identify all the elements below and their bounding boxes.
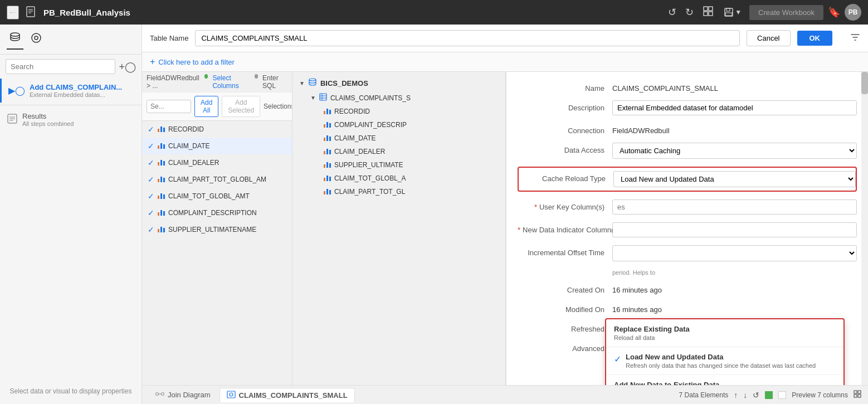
tree-col-item[interactable]: CLAIM_PART_TOT_GL (307, 185, 502, 198)
table-expand-arrow: ▼ (310, 95, 316, 101)
svg-point-27 (230, 393, 233, 396)
add-all-button[interactable]: Add All (194, 96, 218, 117)
incremental-select[interactable] (612, 245, 857, 261)
dropdown-item-desc: Reload all data (614, 334, 836, 341)
svg-rect-29 (858, 391, 861, 393)
svg-rect-28 (854, 391, 857, 393)
col-bar-icon (324, 189, 331, 194)
col-search-input[interactable] (147, 100, 191, 113)
bar-icon (158, 227, 165, 232)
green-square-icon (765, 391, 773, 399)
list-item[interactable]: ✓ COMPLAINT_DESCRIPTION (142, 205, 292, 221)
tree-col-item[interactable]: RECORDID (307, 105, 502, 118)
tree-table-header[interactable]: ▼ CLAIMS_COMPLAINTS_S (307, 91, 502, 105)
list-item[interactable]: ✓ CLAIM_PART_TOT_GLOBL_AM (142, 171, 292, 188)
tab-select-columns[interactable]: Select Columns (212, 74, 250, 90)
selections-badge: Selections (7/7) (264, 103, 292, 110)
dropdown-item-load-new[interactable]: ✓ Load New and Updated Data Refresh only… (606, 347, 843, 374)
tree-col-item[interactable]: CLAIM_DEALER (307, 145, 502, 158)
tree-col-name: CLAIM_TOT_GLOBL_A (334, 174, 406, 182)
list-item[interactable]: ✓ SUPPLIER_ULTIMATENAME (142, 221, 292, 238)
svg-rect-8 (725, 8, 733, 16)
col-name: COMPLAINT_DESCRIPTION (168, 209, 257, 217)
refresh-button[interactable]: ↺ (753, 391, 759, 400)
bookmark-button[interactable]: 🔖 (828, 6, 840, 18)
tree-col-item[interactable]: CLAIM_TOT_GLOBL_A (307, 172, 502, 185)
add-button[interactable]: +◯ (119, 61, 136, 73)
sidebar-results: Results All steps combined (0, 108, 142, 132)
svg-point-24 (162, 393, 164, 396)
list-item[interactable]: ✓ CLAIM_DATE (142, 138, 292, 154)
filter-plus-icon: + (150, 57, 155, 67)
bar-icon (158, 143, 165, 149)
new-data-input[interactable] (612, 222, 857, 237)
redo-button[interactable]: ↻ (683, 4, 696, 21)
tree-table-label: CLAIMS_COMPLAINTS_S (330, 94, 411, 102)
dropdown-item-replace[interactable]: Replace Existing Data Reload all data (606, 319, 843, 347)
dropdown-item-add-new[interactable]: Add New Data to Existing Data Insert new… (606, 375, 843, 385)
sidebar-data-icon[interactable] (7, 29, 23, 50)
sidebar-item-claims[interactable]: ▶◯ Add CLAIMS_COMPLAIN... External Embed… (0, 79, 142, 103)
ok-button[interactable]: OK (797, 31, 833, 46)
advanced-label: Advanced (518, 341, 612, 353)
bottom-tab-join-diagram[interactable]: Join Diagram (149, 388, 217, 402)
tree-col-name: RECORDID (334, 108, 370, 115)
down-arrow-button[interactable]: ↓ (743, 391, 747, 400)
dropdown-item-content: Load New and Updated Data Refresh only d… (626, 353, 816, 369)
created-value: 16 minutes ago (612, 283, 857, 294)
cache-reload-select[interactable]: Load New and Updated Data (613, 171, 856, 187)
tree-col-name: CLAIM_DEALER (334, 148, 385, 155)
description-input[interactable] (612, 100, 857, 115)
tab-enter-sql[interactable]: Enter SQL (262, 74, 287, 90)
tree-col-item[interactable]: CLAIM_DATE (307, 132, 502, 145)
topbar-actions: ↺ ↻ ▼ Create Workbook 🔖 PB (666, 3, 861, 22)
list-item[interactable]: ✓ CLAIM_TOT_GLOBL_AMT (142, 188, 292, 205)
list-item[interactable]: ✓ CLAIM_DEALER (142, 154, 292, 171)
modified-value: 16 minutes ago (612, 302, 857, 314)
up-arrow-button[interactable]: ↑ (734, 391, 738, 400)
scrollbar-thumb[interactable] (861, 72, 868, 94)
check-icon: ✓ (148, 192, 154, 201)
user-key-label: *User Key Column(s) (518, 199, 612, 211)
filter-icon-button[interactable] (850, 32, 860, 45)
db-icon (308, 77, 317, 89)
table-grid-icon (319, 93, 327, 103)
preview-label[interactable]: Preview 7 columns (792, 391, 848, 399)
save-button[interactable]: ▼ (720, 5, 745, 20)
col-toolbar-left: Add All Add Selected (147, 96, 260, 117)
col-bar-icon (324, 176, 331, 181)
check-icon: ✓ (148, 208, 154, 217)
table-name-label: Table Name (150, 34, 188, 42)
sidebar-divider (0, 105, 142, 105)
table-name-input[interactable] (195, 30, 740, 46)
undo-button[interactable]: ↺ (666, 4, 679, 21)
filter-link[interactable]: Click here to add a filter (158, 58, 235, 66)
prop-row-new-data: *New Data Indicator Column(s) (518, 222, 857, 237)
list-item[interactable]: ✓ RECORDID (142, 121, 292, 138)
svg-rect-5 (709, 7, 713, 11)
dropdown-item-title: Replace Existing Data (614, 325, 836, 333)
topbar: ← PB_RedBull_Analysis ↺ ↻ ▼ (0, 0, 868, 25)
back-button[interactable]: ← (7, 6, 19, 20)
svg-rect-26 (227, 391, 235, 398)
bar-icon (158, 193, 165, 199)
tree-header[interactable]: ▼ BICS_DEMOS (296, 75, 502, 91)
grid-icon-button[interactable] (854, 390, 861, 400)
create-workbook-button[interactable]: Create Workbook (749, 5, 823, 20)
join-diagram-label: Join Diagram (168, 391, 211, 399)
search-input[interactable] (6, 59, 115, 74)
tree-col-item[interactable]: COMPLAINT_DESCRIP (307, 118, 502, 132)
svg-rect-4 (704, 7, 708, 11)
tree-col-item[interactable]: SUPPLIER_ULTIMATE (307, 158, 502, 172)
user-key-input[interactable] (612, 199, 857, 215)
data-access-select[interactable]: Automatic Caching (612, 143, 857, 159)
add-selected-button[interactable]: Add Selected (222, 96, 260, 117)
cancel-button[interactable]: Cancel (747, 30, 790, 46)
scrollbar[interactable] (861, 72, 868, 385)
tree-col-name: CLAIM_DATE (334, 134, 376, 142)
bottom-tab-active[interactable]: CLAIMS_COMPLAINTS_SMALL (220, 388, 355, 402)
connection-label: Connection (518, 123, 612, 135)
layout-button[interactable] (700, 3, 716, 22)
col-toolbar: Add All Add Selected Selections (7/7) Re… (142, 93, 292, 121)
sidebar-graph-icon[interactable] (28, 29, 45, 50)
